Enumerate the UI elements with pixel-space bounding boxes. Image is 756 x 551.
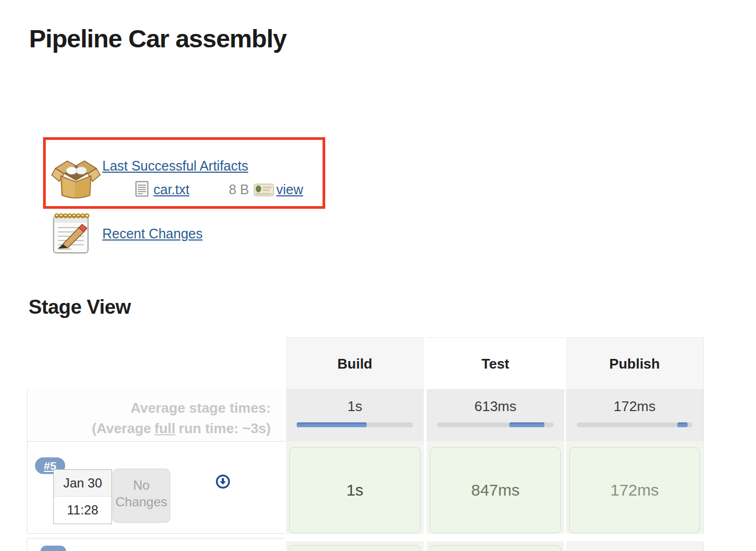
run-time: 11:28	[54, 497, 111, 524]
run-row-info: #5 Jan 30 11:28 No Changes	[27, 441, 285, 534]
last-successful-artifacts-panel: Last Successful Artifacts car.txt 8 B vi…	[43, 137, 325, 209]
partial-run-badge[interactable]	[40, 546, 66, 551]
artifact-view-link[interactable]: view	[276, 182, 303, 197]
run-changes-badge: No Changes	[113, 469, 170, 522]
run-datetime[interactable]: Jan 30 11:28	[53, 469, 112, 524]
artifact-file-row: car.txt 8 B view	[46, 180, 323, 201]
stage-column-header-publish: Publish	[566, 337, 704, 389]
partial-run-stage-column	[286, 541, 424, 551]
run-stage-column: 172ms	[566, 441, 704, 534]
average-stage-times-title: Average stage times:	[27, 398, 271, 418]
average-full-run-time: (Averagefullrun time: ~3s)	[27, 418, 271, 439]
stage-cell-publish[interactable]: 172ms	[569, 447, 700, 533]
notepad-icon	[50, 210, 95, 257]
run-stage-column: 1s	[286, 441, 424, 534]
last-successful-artifacts-link[interactable]: Last Successful Artifacts	[102, 158, 248, 174]
page-title: Pipeline Car assembly	[29, 24, 286, 53]
average-cell-test: 613ms	[426, 389, 564, 441]
run-stage-column: 847ms	[426, 441, 564, 534]
stage-progress-bar	[297, 422, 413, 427]
run-date: Jan 30	[54, 470, 111, 497]
average-cell-build: 1s	[286, 389, 424, 441]
average-time-value: 1s	[286, 398, 424, 415]
average-cell-publish: 172ms	[566, 389, 704, 441]
stage-progress-bar	[437, 422, 554, 427]
recent-changes-link[interactable]: Recent Changes	[102, 226, 202, 242]
stage-progress-bar	[577, 422, 692, 427]
partial-run-stage-column	[566, 541, 704, 551]
average-time-value: 613ms	[426, 398, 564, 415]
stage-column-header-build: Build	[286, 337, 424, 389]
partial-run-row-info	[27, 538, 285, 551]
download-artifacts-icon[interactable]	[215, 474, 230, 489]
partial-stage-cell-test[interactable]	[430, 545, 561, 551]
recent-changes-row: Recent Changes	[50, 210, 276, 258]
partial-run-stage-column	[426, 541, 564, 551]
full-run-time-link[interactable]: full	[155, 420, 176, 436]
fingerprint-icon[interactable]	[254, 183, 274, 196]
stage-view-heading: Stage View	[29, 296, 131, 319]
average-stage-times-label: Average stage times: (Averagefullrun tim…	[27, 389, 285, 441]
artifact-file-size: 8 B	[229, 182, 249, 197]
document-icon	[135, 181, 149, 197]
jenkins-pipeline-page: Pipeline Car assembly Last Successful Ar…	[0, 0, 756, 551]
stage-cell-test[interactable]: 847ms	[430, 447, 561, 533]
partial-stage-cell-build[interactable]	[289, 545, 421, 551]
stage-column-header-test: Test	[426, 337, 564, 389]
average-time-value: 172ms	[566, 398, 703, 415]
stage-cell-build[interactable]: 1s	[289, 447, 421, 533]
artifact-file-link[interactable]: car.txt	[153, 182, 190, 197]
